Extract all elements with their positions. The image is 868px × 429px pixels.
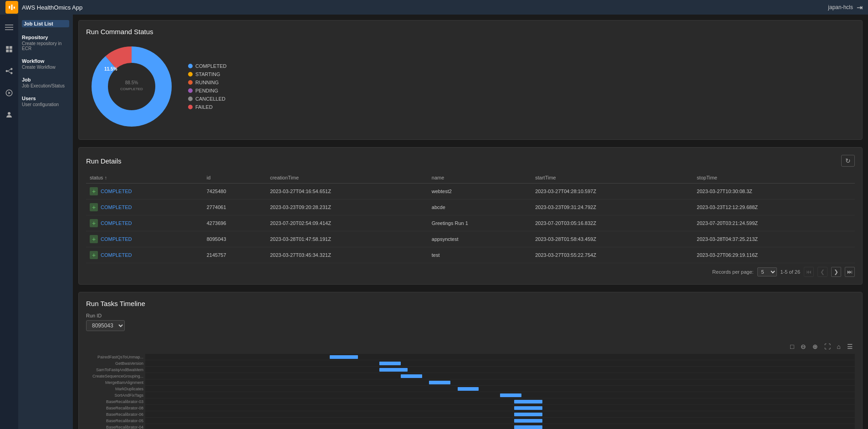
pagination-next-button[interactable]: ❯: [831, 267, 841, 277]
cell-status-0: + COMPLETED: [86, 184, 203, 199]
hamburger-menu-icon[interactable]: [2, 20, 16, 35]
cell-status-3: + COMPLETED: [86, 231, 203, 247]
run-details-header: Run Details ↻: [86, 155, 855, 167]
expand-row-btn-1[interactable]: +: [90, 203, 98, 211]
legend-dot-cancelled: [188, 97, 193, 101]
col-id[interactable]: id: [203, 172, 266, 184]
col-creation-time[interactable]: creationTime: [266, 172, 428, 184]
sidebar-item-user-config[interactable]: User configuration: [22, 102, 69, 107]
expand-row-btn-2[interactable]: +: [90, 219, 98, 227]
timeline-label: BaseRecalibrator-08: [86, 405, 145, 411]
svg-line-13: [8, 69, 10, 71]
col-status[interactable]: status ↑: [86, 172, 203, 184]
timeline-label: BaseRecalibrator-05: [86, 418, 145, 424]
run-command-status-title: Run Command Status: [86, 28, 855, 36]
dashboard-icon[interactable]: [2, 42, 16, 56]
expand-row-btn-3[interactable]: +: [90, 235, 98, 243]
expand-row-btn-0[interactable]: +: [90, 187, 98, 195]
pagination-row: Records per page: 5 10 25 1-5 of 26 ⏮ ❮ …: [86, 267, 855, 277]
run-details-title: Run Details: [86, 157, 122, 165]
timeline-row: [145, 360, 855, 367]
home-button[interactable]: ⌂: [835, 342, 842, 351]
cell-creation-time-4: 2023-03-27T03:45:34.321Z: [266, 247, 428, 263]
timeline-label: PairedFastQsToUnmap...: [86, 354, 145, 360]
table-header-row: status ↑ id creationTime name startTime …: [86, 172, 855, 184]
zoom-in-button[interactable]: ⊕: [811, 342, 820, 351]
legend-label-running: RUNNING: [195, 80, 219, 85]
pagination-first-button[interactable]: ⏮: [804, 267, 814, 277]
sidebar-item-job-list[interactable]: Job List List: [22, 20, 69, 27]
logout-icon[interactable]: ⇥: [857, 3, 863, 12]
timeline-label: GetBwaVersion: [86, 360, 145, 367]
sidebar-item-create-repo[interactable]: Create repository in ECR: [22, 41, 69, 51]
chart-section: 88.5% COMPLETED 11.5% COMPLETED STARTING: [86, 41, 855, 132]
main-content: Run Command Status 88.5% COMPLETED 11.5%: [73, 15, 868, 429]
timeline-row: [145, 373, 855, 379]
run-id-select[interactable]: 8095043: [86, 320, 125, 331]
records-per-page-select[interactable]: 5 10 25: [757, 267, 777, 276]
svg-marker-16: [9, 92, 11, 94]
status-value-2: COMPLETED: [101, 220, 132, 226]
pagination-prev-button[interactable]: ❮: [817, 267, 827, 277]
run-tasks-timeline-card: Run Tasks Timeline Run ID 8095043 □ ⊖ ⊕ …: [78, 292, 863, 429]
col-name[interactable]: name: [428, 172, 531, 184]
sidebar-item-create-workflow[interactable]: Create Workflow: [22, 65, 69, 70]
legend-dot-completed: [188, 64, 193, 68]
svg-line-14: [8, 71, 10, 73]
sidebar-section-repository: Repository Create repository in ECR: [22, 35, 69, 51]
sidebar-title-job: Job: [22, 77, 69, 82]
pagination-range: 1-5 of 26: [781, 269, 800, 275]
expand-row-btn-4[interactable]: +: [90, 251, 98, 259]
pagination-last-button[interactable]: ⏭: [845, 267, 855, 277]
sidebar-section-job-list: Job List List: [22, 20, 69, 27]
svg-rect-2: [14, 7, 15, 9]
col-stop-time[interactable]: stopTime: [693, 172, 855, 184]
legend-label-starting: STARTING: [195, 72, 220, 77]
timeline-row: [145, 354, 855, 360]
job-icon[interactable]: [2, 86, 16, 100]
aws-logo: [5, 1, 18, 14]
timeline-bar: [514, 406, 542, 410]
users-icon[interactable]: [2, 107, 16, 122]
timeline-bar: [401, 374, 422, 378]
cell-creation-time-1: 2023-03-23T09:20:28.231Z: [266, 199, 428, 215]
zoom-fit-button[interactable]: ⛶: [822, 342, 832, 351]
timeline-row: [145, 424, 855, 429]
timeline-row: [145, 405, 855, 411]
sidebar-title-users: Users: [22, 96, 69, 101]
legend-label-failed: FAILED: [195, 104, 213, 110]
workflow-icon[interactable]: [2, 64, 16, 78]
settings-button[interactable]: ☰: [845, 342, 855, 351]
timeline-label: BaseRecalibrator-03: [86, 398, 145, 405]
legend-dot-starting: [188, 72, 193, 77]
zoom-reset-button[interactable]: □: [788, 342, 796, 351]
cell-stop-time-0: 2023-03-27T10:30:08.3Z: [693, 184, 855, 199]
cell-start-time-1: 2023-03-23T09:31:24.792Z: [531, 199, 693, 215]
sidebar-icon-nav: [0, 15, 18, 429]
run-details-card: Run Details ↻ status ↑ id creationTime n…: [78, 147, 863, 285]
zoom-out-button[interactable]: ⊖: [799, 342, 808, 351]
svg-point-11: [10, 68, 13, 70]
svg-point-19: [100, 55, 163, 118]
run-details-table: status ↑ id creationTime name startTime …: [86, 172, 855, 263]
topbar-right: japan-hcls ⇥: [828, 3, 863, 12]
cell-start-time-4: 2023-03-27T03:55:22.754Z: [531, 247, 693, 263]
legend-pending: PENDING: [188, 88, 226, 93]
timeline-row: [145, 418, 855, 424]
timeline-label: BaseRecalibrator-06: [86, 411, 145, 418]
cell-status-4: + COMPLETED: [86, 247, 203, 263]
svg-rect-0: [9, 6, 10, 9]
col-start-time[interactable]: startTime: [531, 172, 693, 184]
sidebar-item-job-execution[interactable]: Job Execution/Status: [22, 83, 69, 88]
timeline-labels: PairedFastQsToUnmap...GetBwaVersionSamTo…: [86, 354, 145, 429]
run-tasks-title: Run Tasks Timeline: [86, 300, 855, 307]
cell-id-1: 2774061: [203, 199, 266, 215]
legend-label-completed: COMPLETED: [195, 63, 226, 69]
table-row: + COMPLETED 4273696 2023-07-20T02:54:09.…: [86, 215, 855, 231]
topbar-left: AWS HealthOmics App: [5, 1, 82, 14]
legend-dot-failed: [188, 105, 193, 109]
svg-rect-5: [5, 30, 13, 31]
legend-label-pending: PENDING: [195, 88, 218, 93]
refresh-button[interactable]: ↻: [841, 155, 855, 167]
cell-name-2: Greetings Run 1: [428, 215, 531, 231]
